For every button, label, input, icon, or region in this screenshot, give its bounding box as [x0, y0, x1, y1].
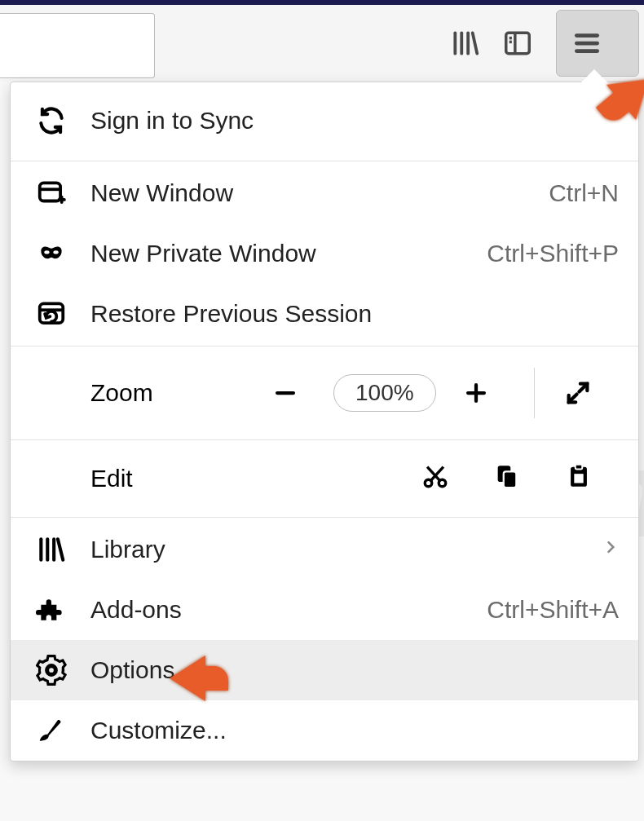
menu-item-restore-session[interactable]: Restore Previous Session	[11, 284, 638, 344]
svg-point-15	[44, 250, 49, 254]
sidebar-icon	[500, 25, 536, 61]
gear-icon	[33, 652, 69, 688]
menu-shortcut: Ctrl+N	[549, 179, 619, 207]
cut-button[interactable]	[404, 454, 467, 503]
sidebar-toolbar-button[interactable]	[504, 19, 553, 68]
restore-icon	[33, 296, 69, 332]
menu-label: Add-ons	[90, 596, 487, 624]
menu-shortcut: Ctrl+Shift+A	[487, 596, 619, 624]
hamburger-icon	[569, 25, 605, 61]
divider	[11, 517, 638, 518]
paste-icon	[565, 462, 593, 496]
menu-row-zoom: Zoom 100%	[11, 348, 638, 438]
library-icon	[33, 532, 69, 567]
divider	[534, 368, 535, 418]
menu-label: Options	[90, 656, 619, 684]
svg-rect-29	[504, 471, 517, 488]
svg-point-37	[47, 666, 55, 674]
menu-item-options[interactable]: Options	[11, 640, 638, 700]
edit-label: Edit	[33, 465, 254, 492]
divider	[11, 346, 638, 346]
svg-rect-17	[40, 303, 64, 323]
library-icon	[448, 25, 483, 61]
divider	[11, 161, 638, 161]
menu-shortcut: Ctrl+Shift+P	[487, 240, 619, 267]
svg-line-3	[473, 33, 478, 53]
zoom-out-button[interactable]	[254, 369, 317, 417]
url-bar-fragment[interactable]	[0, 13, 155, 78]
fullscreen-button[interactable]	[546, 369, 610, 417]
copy-button[interactable]	[475, 454, 539, 503]
chevron-right-icon	[602, 536, 619, 564]
menu-label: Customize...	[90, 717, 619, 744]
zoom-value[interactable]: 100%	[333, 374, 436, 412]
menu-label: Library	[90, 536, 602, 563]
menu-item-private-window[interactable]: New Private Window Ctrl+Shift+P	[11, 223, 638, 284]
copy-icon	[493, 462, 521, 496]
zoom-in-button[interactable]	[444, 369, 508, 417]
menu-label: New Private Window	[90, 240, 487, 267]
sync-icon	[33, 103, 69, 139]
svg-point-16	[53, 250, 58, 254]
paintbrush-icon	[33, 713, 69, 748]
menu-item-sync[interactable]: Sign in to Sync	[11, 82, 638, 159]
library-toolbar-button[interactable]	[452, 19, 501, 68]
menu-label: Restore Previous Session	[90, 300, 619, 328]
puzzle-icon	[33, 592, 69, 628]
svg-rect-32	[574, 474, 583, 483]
divider	[11, 439, 638, 440]
menu-label: Sign in to Sync	[90, 107, 619, 135]
menu-item-library[interactable]: Library	[11, 519, 638, 580]
browser-toolbar	[0, 0, 644, 82]
menu-item-customize[interactable]: Customize...	[11, 700, 638, 761]
svg-rect-11	[40, 183, 60, 201]
app-menu-button[interactable]	[556, 10, 639, 77]
svg-line-36	[58, 539, 63, 559]
menu-item-addons[interactable]: Add-ons Ctrl+Shift+A	[11, 580, 638, 640]
svg-rect-31	[576, 464, 583, 469]
menu-item-new-window[interactable]: New Window Ctrl+N	[11, 163, 638, 223]
window-icon	[33, 175, 69, 211]
mask-icon	[33, 236, 69, 271]
menu-label: New Window	[90, 179, 549, 207]
zoom-label: Zoom	[33, 379, 254, 407]
app-menu-dropdown: Sign in to Sync New Window Ctrl+N New Pr…	[10, 82, 639, 761]
paste-button[interactable]	[547, 454, 611, 503]
cut-icon	[421, 462, 449, 496]
menu-row-edit: Edit	[11, 442, 638, 515]
